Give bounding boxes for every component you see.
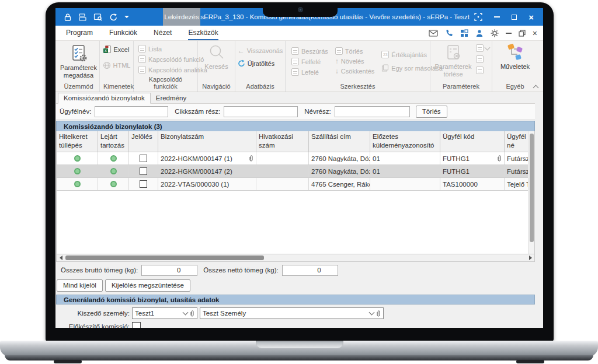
netto-tomeg-label: Összes nettó tömeg (kg):	[203, 267, 278, 274]
restore-window-icon[interactable]	[519, 30, 526, 37]
close-button[interactable]: ×	[529, 13, 534, 22]
window-stack-icon[interactable]	[78, 13, 87, 22]
paperclip-icon[interactable]	[376, 310, 381, 317]
refresh-icon[interactable]	[109, 13, 118, 22]
mind-kijelol-button[interactable]: Mind kijelöl	[57, 279, 103, 292]
table-row[interactable]: 2022-HGKM/000147 (2) 2760 Nagykáta, Dózs…	[57, 165, 529, 178]
group-label-szerkesztes: Szerkesztés	[287, 82, 429, 91]
column-header[interactable]: Lejárt tartozás	[98, 131, 129, 152]
parameter-save-icon[interactable]	[476, 55, 484, 63]
tab-komissiozando-bizonylatok[interactable]: Komissiózandó bizonylatok	[58, 93, 151, 104]
dropdown-caret-icon[interactable]	[124, 16, 129, 18]
grid-group-header: Komissiózandó bizonylatok (3)	[56, 121, 535, 131]
group-label-adatbazis: Adatbázis	[237, 82, 284, 91]
close-pane-icon[interactable]: ×	[533, 29, 537, 38]
kijeloles-megszuntetese-button[interactable]: Kijelölés megszüntetése	[105, 279, 190, 292]
minimize-button[interactable]	[494, 16, 500, 18]
ribbon-group-uzemmod: Paraméterek megadása Üzemmód	[58, 41, 100, 92]
collapse-ribbon-icon[interactable]	[533, 84, 538, 89]
parameter-dropdown-icon[interactable]	[485, 44, 491, 50]
search-magnifier-icon	[208, 44, 225, 61]
felfele-button[interactable]: Felfelé	[291, 58, 328, 65]
focus-mode-icon[interactable]	[474, 13, 482, 21]
cikkszam-input[interactable]	[224, 106, 298, 117]
lefele-button[interactable]: Lefelé	[291, 68, 328, 76]
parameterek-torlese-button[interactable]: Paraméterek törlése	[433, 43, 474, 78]
ribbon-group-navigacio: Keresés Navigáció	[198, 41, 235, 92]
generate-section-header: Generálandó komissió bizonylat, utasítás…	[56, 295, 535, 304]
paperclip-icon[interactable]	[190, 310, 194, 317]
nevresz-input[interactable]	[335, 106, 410, 117]
scroll-right-arrow[interactable]	[527, 254, 534, 261]
html-export-button[interactable]: HTML	[103, 61, 131, 69]
kapcsolodo-funkcio-button[interactable]: Kapcsolódó funkció	[138, 55, 207, 63]
menu-funkciok[interactable]: Funkciók	[109, 26, 137, 40]
kiszedo-kod-combobox[interactable]: Teszt1	[132, 307, 197, 319]
parameter-gear-icon[interactable]	[476, 66, 484, 74]
torles-button[interactable]: Törlés	[335, 47, 374, 55]
csokkentes-button[interactable]: ↓Csökkentés	[335, 68, 374, 75]
column-header[interactable]: Bizonylatszám	[158, 131, 256, 152]
apps-grid-icon[interactable]	[460, 29, 468, 37]
menu-eszkozok[interactable]: Eszközök	[188, 26, 218, 40]
reload-icon	[238, 60, 245, 67]
menu-program[interactable]: Program	[66, 26, 93, 40]
table-row[interactable]: 2022-HGKM/000147 (1) 2760 Nagykáta, Dózs…	[57, 152, 529, 165]
muveletek-button[interactable]: Műveletek	[495, 43, 536, 71]
move-down-row-icon	[291, 68, 299, 76]
horizontal-scrollbar-thumb[interactable]	[65, 256, 264, 260]
linked-analytics-icon	[138, 66, 146, 74]
column-header[interactable]: Ügyfél né	[505, 131, 529, 152]
group-label-kapcsolodo: Kapcsolódó funkciók	[135, 75, 196, 91]
combo-chevron-icon[interactable]	[369, 310, 375, 316]
lista-button[interactable]: Lista	[138, 45, 207, 52]
column-header[interactable]: Szállítási cím	[309, 131, 370, 152]
clear-parameters-icon	[445, 44, 461, 61]
settings-gear-icon[interactable]	[491, 29, 499, 37]
column-header[interactable]: Ügyfél kód	[440, 131, 505, 152]
filter-torles-button[interactable]: Törlés	[416, 106, 447, 118]
mail-icon[interactable]	[429, 30, 438, 37]
netto-tomeg-value[interactable]: 0	[282, 265, 338, 276]
kiszedo-szemely-row: Kiszedő személy: Teszt1 Teszt Személy	[56, 307, 535, 319]
window-search-icon[interactable]	[93, 13, 103, 22]
beszuras-button[interactable]: Beszúrás	[291, 47, 328, 55]
table-row[interactable]: 2022-VTAS/000030 (1) 4765 Csenger, Rákóc…	[57, 178, 529, 191]
ujratoltes-button[interactable]: Újratöltés	[238, 60, 283, 67]
cikkszam-label: Cikkszám rész:	[175, 108, 220, 115]
lock-icon[interactable]	[64, 13, 72, 22]
column-header[interactable]: Jelölés	[129, 131, 158, 152]
tab-lekerdezes[interactable]: Lekérdezés	[163, 8, 200, 26]
parameter-set-icon[interactable]	[476, 44, 484, 52]
excel-icon: x	[103, 45, 112, 54]
vertical-scrollbar-thumb[interactable]	[530, 134, 534, 242]
row-select-checkbox[interactable]	[140, 167, 147, 175]
column-header[interactable]: Hitelkeret túllépés	[57, 131, 98, 152]
column-header[interactable]: Hivatkozási szám	[256, 131, 309, 152]
ribbon-group-adatbazis: ← Visszavonás Újratöltés Adatbázis	[235, 41, 286, 92]
scroll-left-arrow[interactable]	[57, 254, 64, 261]
maximize-button[interactable]	[512, 15, 517, 20]
elokeszito-komissio-checkbox[interactable]	[132, 322, 141, 328]
brutto-tomeg-value[interactable]: 0	[141, 265, 197, 276]
kiszedo-nev-combobox[interactable]: Teszt Személy	[200, 307, 384, 319]
combo-chevron-icon[interactable]	[183, 310, 189, 316]
tab-eredmeny[interactable]: Eredmény	[151, 93, 192, 103]
user-icon[interactable]	[475, 29, 484, 37]
horizontal-scrollbar[interactable]	[56, 254, 535, 262]
ugyfelnev-input[interactable]	[95, 106, 168, 117]
phone-icon[interactable]	[445, 29, 453, 37]
ribbon-group-kimenetek: x Excel HTML Kimenetek	[100, 41, 134, 92]
kapcsolodo-analitika-button[interactable]: Kapcsolódó analitika	[138, 66, 207, 74]
row-select-checkbox[interactable]	[140, 180, 147, 188]
noveles-button[interactable]: ↑Növelés	[335, 58, 374, 65]
excel-export-button[interactable]: x Excel	[103, 45, 131, 54]
row-select-checkbox[interactable]	[140, 155, 147, 162]
kereses-button[interactable]: Keresés	[200, 43, 233, 71]
vertical-scrollbar[interactable]	[528, 131, 534, 254]
visszavonas-button[interactable]: ← Visszavonás	[238, 47, 283, 54]
column-header[interactable]: Előzetes küldeményazonosító	[370, 131, 440, 152]
parameterek-megadasa-button[interactable]: Paraméterek megadása	[59, 43, 98, 79]
ribbon-minimize-icon[interactable]	[506, 33, 512, 34]
menu-nezet[interactable]: Nézet	[154, 26, 172, 40]
